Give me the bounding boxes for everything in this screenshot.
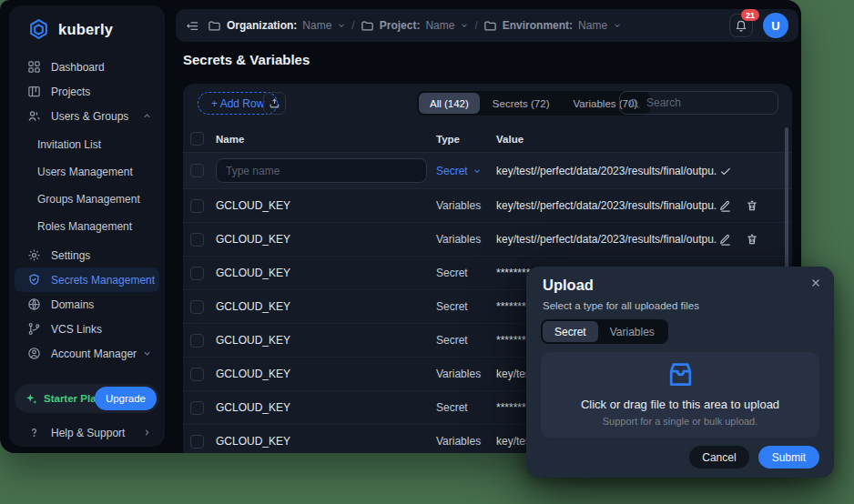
delete-row-icon[interactable] — [746, 233, 758, 246]
table-row[interactable]: GCLOUD_KEY Variables key/test//perfect/d… — [183, 223, 792, 257]
row-checkbox[interactable] — [190, 401, 204, 415]
sidebar-item-users-management[interactable]: Users Management — [9, 158, 165, 186]
breadcrumb-org-label[interactable]: Organization: — [227, 19, 297, 32]
chevron-down-icon — [337, 21, 346, 30]
avatar[interactable]: U — [763, 13, 788, 38]
submit-button[interactable]: Submit — [758, 446, 819, 469]
column-type: Type — [436, 134, 496, 145]
modal-subtitle: Select a type for all uploaded files — [543, 300, 699, 311]
sidebar-item-vcs-links[interactable]: VCS Links — [9, 317, 165, 341]
row-checkbox[interactable] — [190, 300, 204, 314]
row-checkbox[interactable] — [190, 199, 204, 213]
table-row[interactable]: GCLOUD_KEY Variables key/test//perfect/d… — [183, 189, 792, 223]
sidebar-item-invitation-list[interactable]: Invitation List — [9, 131, 165, 158]
row-type: Variables — [436, 368, 496, 380]
row-type: Variables — [436, 435, 496, 448]
sidebar-item-users-groups[interactable]: Users & Groups — [9, 104, 165, 128]
globe-icon — [27, 297, 41, 311]
breadcrumb: Organization: Name / Project: Name / Env… — [208, 19, 622, 33]
desktop-background: kuberly Dashboard Projects Users & Group… — [0, 0, 854, 504]
row-name: GCLOUD_KEY — [216, 334, 436, 347]
notifications-button[interactable]: 21 — [729, 14, 753, 37]
collapse-sidebar-icon[interactable] — [186, 19, 199, 33]
chevron-down-icon — [473, 166, 482, 176]
sidebar-item-dashboard[interactable]: Dashboard — [9, 55, 165, 79]
notification-badge: 21 — [741, 9, 759, 21]
projects-icon — [27, 85, 41, 98]
top-header: Organization: Name / Project: Name / Env… — [176, 9, 798, 42]
tab-secrets[interactable]: Secrets (72) — [482, 93, 561, 114]
upload-icon — [269, 97, 280, 109]
sidebar-item-projects[interactable]: Projects — [9, 79, 165, 104]
chevron-down-icon — [460, 21, 469, 30]
tab-all[interactable]: All (142) — [419, 93, 480, 114]
sidebar-item-domains[interactable]: Domains — [9, 292, 165, 317]
row-checkbox[interactable] — [190, 368, 204, 381]
column-name: Name — [216, 134, 436, 145]
segment-variables[interactable]: Variables — [598, 321, 666, 342]
logo: kuberly — [27, 18, 113, 41]
row-type: Secret — [436, 401, 496, 414]
row-checkbox[interactable] — [190, 435, 204, 449]
row-type: Secret — [436, 267, 496, 279]
help-icon — [27, 426, 41, 439]
breadcrumb-env-value[interactable]: Name — [578, 19, 607, 32]
row-type: Secret — [436, 334, 496, 347]
breadcrumb-project-label[interactable]: Project: — [380, 19, 421, 32]
dropzone-title: Click or drag file to this area to uploa… — [541, 398, 819, 411]
row-type: Variables — [436, 199, 496, 212]
name-input[interactable] — [216, 158, 427, 183]
edit-row-icon[interactable] — [719, 233, 732, 246]
row-checkbox[interactable] — [190, 334, 204, 348]
sidebar-item-settings[interactable]: Settings — [9, 243, 165, 267]
chevron-down-icon — [613, 21, 622, 30]
delete-row-icon[interactable] — [746, 199, 758, 212]
users-groups-icon — [27, 109, 41, 123]
file-dropzone[interactable]: Click or drag file to this area to uploa… — [541, 352, 819, 438]
search-icon — [628, 97, 640, 109]
chevron-right-icon — [142, 428, 152, 438]
row-name: GCLOUD_KEY — [216, 199, 436, 212]
type-segmented-control: Secret Variables — [541, 319, 668, 344]
upgrade-button[interactable]: Upgrade — [95, 387, 157, 410]
page-title: Secrets & Variables — [183, 52, 310, 67]
sparkles-icon — [25, 392, 38, 406]
sidebar-item-account-manager[interactable]: Account Manager — [9, 341, 165, 366]
row-name: GCLOUD_KEY — [216, 368, 436, 380]
cancel-button[interactable]: Cancel — [689, 446, 748, 469]
inbox-icon — [541, 359, 819, 389]
chevron-down-icon — [142, 348, 152, 358]
sidebar-item-help-support[interactable]: Help & Support — [9, 420, 165, 445]
sidebar: kuberly Dashboard Projects Users & Group… — [9, 5, 165, 447]
sidebar-nav: Dashboard Projects Users & Groups Invita… — [9, 55, 165, 366]
folder-icon — [483, 19, 497, 33]
search-box — [619, 91, 778, 115]
row-name: GCLOUD_KEY — [216, 435, 436, 448]
git-branch-icon — [27, 322, 41, 336]
row-checkbox[interactable] — [190, 164, 204, 177]
row-checkbox[interactable] — [190, 267, 204, 280]
breadcrumb-env-label[interactable]: Environment: — [503, 19, 573, 32]
breadcrumb-project-value[interactable]: Name — [425, 19, 454, 32]
breadcrumb-org-value[interactable]: Name — [302, 19, 331, 32]
confirm-row-icon[interactable] — [719, 165, 732, 177]
kuberly-logo-icon — [27, 18, 50, 41]
upload-modal: Upload Select a type for all uploaded fi… — [526, 267, 834, 478]
close-icon[interactable] — [809, 277, 822, 289]
row-name: GCLOUD_KEY — [216, 300, 436, 313]
upload-button[interactable] — [263, 92, 286, 115]
sidebar-item-groups-management[interactable]: Groups Management — [9, 186, 165, 213]
select-all-checkbox[interactable] — [190, 132, 204, 146]
dropzone-subtitle: Support for a single or bulk upload. — [541, 416, 819, 427]
folder-icon — [361, 19, 374, 33]
sidebar-item-roles-management[interactable]: Roles Management — [9, 213, 165, 240]
table-edit-row: Secret key/test//perfect/data/2023/resul… — [183, 153, 792, 189]
segment-secret[interactable]: Secret — [543, 321, 598, 342]
filter-tabs: All (142) Secrets (72) Variables (70) — [417, 91, 650, 116]
row-checkbox[interactable] — [190, 233, 204, 247]
edit-row-icon[interactable] — [719, 199, 732, 212]
sidebar-item-secrets-management[interactable]: Secrets Management — [15, 267, 159, 292]
type-select[interactable]: Secret — [436, 165, 496, 177]
search-input[interactable] — [646, 96, 769, 109]
row-value: key/test//perfect/data/2023/results/fina… — [496, 199, 717, 212]
